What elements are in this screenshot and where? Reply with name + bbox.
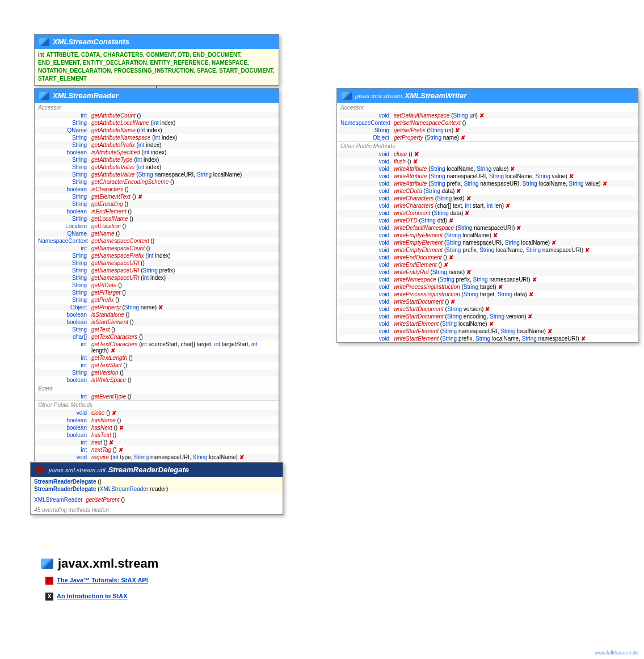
method-row: voidclose ()✘ — [35, 409, 279, 417]
method-row: ObjectgetProperty (String name)✘ — [35, 304, 279, 311]
method-row: char[]getTextCharacters () — [35, 333, 279, 341]
class-header: javax.xml.stream.XMLStreamWriter — [337, 89, 638, 103]
throws-icon: ✘ — [465, 210, 469, 216]
method-row: voidwriteStartElement (String prefix, St… — [337, 335, 638, 342]
method-row: booleanhasNext ()✘ — [35, 424, 279, 431]
throws-icon: ✘ — [158, 304, 163, 310]
throws-icon: ✘ — [493, 232, 498, 238]
method-row: StringgetVersion () — [35, 369, 279, 376]
throws-icon: ✘ — [548, 328, 552, 334]
class-title: XMLStreamReader — [53, 91, 119, 100]
throws-icon: ✘ — [581, 335, 586, 342]
footer-credit: www.falkhausen.de — [594, 650, 638, 656]
throws-icon: ✘ — [109, 439, 113, 446]
throws-icon: ✘ — [449, 217, 453, 224]
throws-icon: ✘ — [413, 158, 418, 165]
package-icon — [41, 559, 53, 569]
section-label: Accessor — [337, 103, 638, 112]
method-row: voidwriteStartDocument ()✘ — [337, 298, 638, 305]
method-row: StringgetNamespaceURI (int index) — [35, 274, 279, 282]
method-row: booleanisAttributeSpecified (int index) — [35, 149, 279, 156]
constructor-row: StreamReaderDelegate (XMLStreamReader re… — [31, 485, 283, 493]
throws-icon: ✘ — [510, 166, 515, 172]
method-row: StringgetNamespacePrefix (int index) — [35, 252, 279, 259]
class-title: StreamReaderDelegate — [108, 465, 189, 474]
method-row: voidflush ()✘ — [337, 158, 638, 165]
class-box-reader: XMLStreamReader Accessor intgetAttribute… — [34, 88, 279, 469]
throws-icon: ✘ — [451, 299, 455, 305]
method-row: voidwriteEntityRef (String name)✘ — [337, 268, 638, 276]
method-row: StringgetText () — [35, 326, 279, 333]
throws-icon: ✘ — [444, 262, 448, 268]
method-row: voidwriteNamespace (String prefix, Strin… — [337, 276, 638, 283]
method-row: voidwriteCharacters (String text)✘ — [337, 195, 638, 202]
throws-icon: ✘ — [455, 127, 460, 133]
class-box-delegate: javax.xml.stream.util.StreamReaderDelega… — [30, 462, 283, 515]
method-row: booleanhasName () — [35, 417, 279, 424]
method-row: voidwriteComment (String data)✘ — [337, 209, 638, 217]
oracle-icon — [45, 577, 53, 585]
method-row: StringgetPrefix () — [35, 296, 279, 304]
throws-icon: ✘ — [585, 247, 590, 253]
method-row: XMLStreamReader get/setParent () — [31, 496, 283, 503]
method-row: StringgetCharacterEncodingScheme () — [35, 178, 279, 186]
method-row: ObjectgetProperty (String name)✘ — [337, 134, 638, 141]
interface-icon — [342, 92, 352, 100]
package-prefix: javax.xml.stream.util. — [49, 467, 107, 473]
tutorial-link-1[interactable]: The Java™ Tutorials: StAX API — [45, 577, 148, 585]
method-row: booleanisStandalone () — [35, 311, 279, 318]
throws-icon: ✘ — [119, 447, 123, 453]
method-row: intgetAttributeCount () — [35, 112, 279, 119]
method-row: StringgetNamespaceURI (String prefix) — [35, 267, 279, 274]
method-row: booleanisStartElement () — [35, 318, 279, 326]
method-row: voidsetDefaultNamespace (String uri)✘ — [337, 112, 638, 119]
class-header: XMLStreamConstants — [35, 35, 279, 49]
method-row: LocationgetLocation () — [35, 223, 279, 230]
method-row: voidwriteAttribute (String namespaceURI,… — [337, 173, 638, 180]
method-row: intgetTextStart () — [35, 362, 279, 369]
throws-icon: ✘ — [461, 135, 465, 141]
method-row: StringgetAttributePrefix (int index) — [35, 141, 279, 149]
method-row: StringgetLocalName () — [35, 215, 279, 223]
section-label: Accessor — [35, 103, 279, 112]
class-title: XMLStreamWriter — [405, 91, 467, 100]
throws-icon: ✘ — [489, 321, 494, 327]
article-icon: X — [45, 593, 53, 601]
method-row: voidwriteEndElement ()✘ — [337, 261, 638, 268]
class-box-writer: javax.xml.stream.XMLStreamWriter Accesso… — [336, 88, 638, 343]
method-row: booleanisCharacters () — [35, 186, 279, 193]
method-row: intgetTextLength () — [35, 354, 279, 362]
method-row: voidwriteProcessingInstruction (String t… — [337, 291, 638, 298]
throws-icon: ✘ — [466, 195, 471, 202]
method-row: StringgetAttributeLocalName (int index) — [35, 119, 279, 127]
method-row: voidwriteDTD (String dtd)✘ — [337, 217, 638, 224]
method-row: booleanisWhiteSpace () — [35, 376, 279, 384]
method-row: voidwriteEmptyElement (String prefix, St… — [337, 246, 638, 254]
throws-icon: ✘ — [485, 306, 490, 312]
method-row: QNamegetAttributeName (int index) — [35, 127, 279, 134]
method-row: intgetNamespaceCount () — [35, 245, 279, 252]
method-row: StringgetNamespaceURI () — [35, 259, 279, 267]
throws-icon: ✘ — [516, 225, 521, 231]
method-row: Stringget/setPrefix (String uri)✘ — [337, 127, 638, 134]
method-row: booleanisEndElement () — [35, 208, 279, 215]
throws-icon: ✘ — [532, 276, 537, 283]
constants-body: intATTRIBUTE, CDATA, CHARACTERS, COMMENT… — [35, 49, 279, 85]
method-row: StringgetAttributeValue (String namespac… — [35, 171, 279, 178]
method-row: intnext ()✘ — [35, 439, 279, 446]
tutorial-link-2[interactable]: XAn Introduction to StAX — [45, 593, 128, 601]
method-row: voidclose ()✘ — [337, 150, 638, 158]
method-row: StringgetPIData () — [35, 282, 279, 289]
method-row: StringgetAttributeValue (int index) — [35, 163, 279, 171]
throws-icon: ✘ — [552, 240, 556, 246]
throws-icon: ✘ — [112, 410, 116, 416]
class-header: javax.xml.stream.util.StreamReaderDelega… — [31, 463, 283, 477]
interface-icon — [39, 38, 49, 46]
method-row: voidwriteStartDocument (String version)✘ — [337, 305, 638, 313]
method-row: intgetTextCharacters (int sourceStart, c… — [35, 341, 279, 354]
throws-icon: ✘ — [456, 188, 461, 194]
class-title: XMLStreamConstants — [53, 37, 129, 46]
throws-icon: ✘ — [569, 173, 574, 179]
method-row: StringgetEncoding () — [35, 200, 279, 208]
method-row: QNamegetName () — [35, 230, 279, 237]
